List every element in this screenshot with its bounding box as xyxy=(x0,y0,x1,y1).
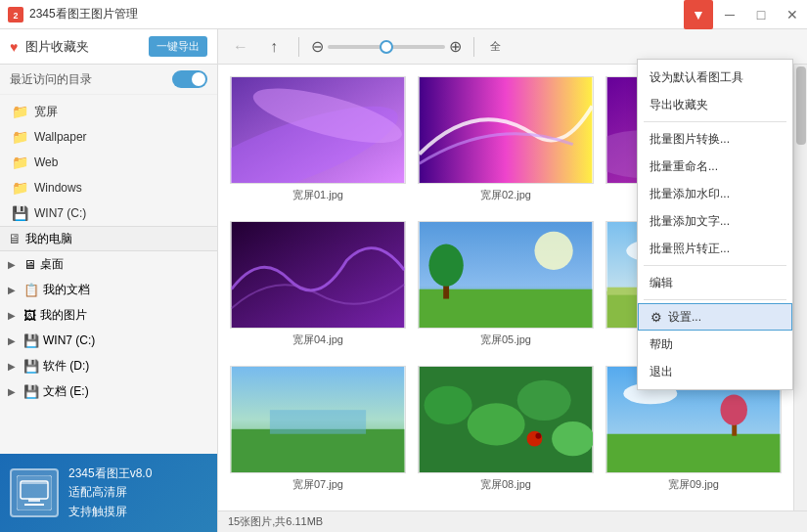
favorites-label: 图片收藏夹 xyxy=(25,38,141,56)
svg-rect-27 xyxy=(270,410,366,434)
menu-item-batch-rotate[interactable]: 批量照片转正... xyxy=(638,235,792,262)
zoom-in-icon[interactable]: ⊕ xyxy=(449,37,462,56)
toolbar-separator xyxy=(298,37,299,57)
tree-item-c[interactable]: ▶ 💾 WIN7 (C:) xyxy=(0,328,217,353)
svg-rect-36 xyxy=(607,434,781,472)
svg-point-30 xyxy=(468,403,525,445)
menu-separator-2 xyxy=(644,265,786,266)
expand-arrow: ▶ xyxy=(8,310,20,321)
menu-label: 批量添加水印... xyxy=(650,186,730,202)
minimize-btn[interactable]: ─ xyxy=(715,0,744,29)
folder-name: Windows xyxy=(34,181,82,195)
main-layout: ♥ 图片收藏夹 一键导出 最近访问的目录 📁 宽屏 📁 Wallpaper 📁 … xyxy=(0,29,807,532)
folder-item-windows[interactable]: 📁 Windows xyxy=(0,175,217,200)
forward-button[interactable]: ↑ xyxy=(261,34,287,60)
menu-label: 批量重命名... xyxy=(650,158,718,175)
zoom-out-icon[interactable]: ⊖ xyxy=(311,37,324,56)
folder-icon: 📁 xyxy=(12,180,28,196)
fullscreen-button[interactable]: 全 xyxy=(486,34,505,60)
menu-label: 设为默认看图工具 xyxy=(650,69,743,86)
image-thumb-07 xyxy=(230,366,406,473)
tree-item-mydocs[interactable]: ▶ 📋 我的文档 xyxy=(0,277,217,302)
close-btn[interactable]: ✕ xyxy=(778,0,807,29)
scrollbar-thumb[interactable] xyxy=(796,66,806,145)
tree-item-d[interactable]: ▶ 💾 软件 (D:) xyxy=(0,353,217,378)
folder-item-wallpaper[interactable]: 📁 Wallpaper xyxy=(0,124,217,150)
image-label-09: 宽屏09.jpg xyxy=(668,477,719,492)
svg-text:2: 2 xyxy=(13,11,18,21)
tree-item-mypictures[interactable]: ▶ 🖼 我的图片 xyxy=(0,302,217,328)
pictures-icon: 🖼 xyxy=(23,308,36,323)
desktop-icon: 🖥 xyxy=(23,257,36,272)
image-item-07[interactable]: 宽屏07.jpg xyxy=(230,366,406,499)
image-thumb-02 xyxy=(418,76,594,184)
zoom-slider[interactable] xyxy=(328,45,445,49)
image-label-08: 宽屏08.jpg xyxy=(480,477,531,492)
expand-arrow: ▶ xyxy=(8,259,20,270)
menu-label: 退出 xyxy=(650,364,673,380)
banner-text: 2345看图王v8.0 适配高清屏 支持触摸屏 xyxy=(68,465,152,521)
menu-item-export-favorites[interactable]: 导出收藏夹 xyxy=(638,91,792,118)
recent-section: 最近访问的目录 xyxy=(0,65,217,95)
menu-item-help[interactable]: 帮助 xyxy=(638,331,792,358)
menu-item-batch-text[interactable]: 批量添加文字... xyxy=(638,207,792,235)
image-thumb-01 xyxy=(230,76,406,184)
svg-point-33 xyxy=(527,431,543,447)
tree-label: 桌面 xyxy=(40,256,64,273)
image-item-05[interactable]: 宽屏05.jpg xyxy=(418,221,594,354)
menu-item-edit[interactable]: 编辑 xyxy=(638,269,792,296)
svg-point-17 xyxy=(534,232,572,270)
menu-item-batch-watermark[interactable]: 批量添加水印... xyxy=(638,180,792,207)
menu-item-batch-convert[interactable]: 批量图片转换... xyxy=(638,125,792,153)
folder-name: WIN7 (C:) xyxy=(34,206,86,220)
tree-item-e[interactable]: ▶ 💾 文档 (E:) xyxy=(0,378,217,404)
maximize-btn[interactable]: □ xyxy=(746,0,776,29)
heart-icon: ♥ xyxy=(10,39,18,55)
menu-item-settings[interactable]: ⚙ 设置... xyxy=(638,303,792,331)
tree-item-desktop[interactable]: ▶ 🖥 桌面 xyxy=(0,251,217,277)
sidebar-favorites-header: ♥ 图片收藏夹 一键导出 xyxy=(0,29,217,65)
menu-label: 批量照片转正... xyxy=(650,241,730,257)
recent-label: 最近访问的目录 xyxy=(10,71,166,88)
image-label-07: 宽屏07.jpg xyxy=(292,477,343,492)
folder-item-c-drive[interactable]: 💾 WIN7 (C:) xyxy=(0,200,217,226)
svg-point-34 xyxy=(535,433,541,439)
drive-c-icon: 💾 xyxy=(23,333,39,348)
expand-arrow: ▶ xyxy=(8,285,20,295)
menu-label: 导出收藏夹 xyxy=(650,97,708,113)
banner-line2: 支持触摸屏 xyxy=(68,503,152,521)
drive-e-icon: 💾 xyxy=(23,384,39,399)
expand-arrow: ▶ xyxy=(8,361,20,372)
image-item-04[interactable]: 宽屏04.jpg xyxy=(230,221,406,354)
docs-icon: 📋 xyxy=(23,283,39,297)
recent-toggle[interactable] xyxy=(172,70,207,88)
banner-logo xyxy=(10,468,59,517)
svg-point-38 xyxy=(720,394,746,424)
image-thumb-08 xyxy=(418,366,594,473)
window-controls: ▼ ─ □ ✕ xyxy=(684,0,807,29)
export-button[interactable]: 一键导出 xyxy=(149,36,207,57)
folder-icon: 📁 xyxy=(12,155,28,170)
image-item-02[interactable]: 宽屏02.jpg xyxy=(418,76,594,209)
my-computer-label: 我的电脑 xyxy=(25,231,72,247)
status-text: 15张图片,共6.11MB xyxy=(228,514,323,529)
image-item-08[interactable]: 宽屏08.jpg xyxy=(418,366,594,499)
menu-label: 帮助 xyxy=(650,336,673,353)
image-item-01[interactable]: 宽屏01.jpg xyxy=(230,76,406,209)
banner-version: 2345看图王v8.0 xyxy=(68,465,152,483)
menu-item-set-default[interactable]: 设为默认看图工具 xyxy=(638,64,792,91)
settings-icon: ⚙ xyxy=(650,310,662,325)
status-bar: 15张图片,共6.11MB xyxy=(218,510,807,532)
back-button[interactable]: ← xyxy=(228,34,253,60)
menu-item-exit[interactable]: 退出 xyxy=(638,358,792,385)
dropdown-btn[interactable]: ▼ xyxy=(684,0,713,29)
folder-item-web[interactable]: 📁 Web xyxy=(0,150,217,175)
expand-arrow: ▶ xyxy=(8,335,20,346)
menu-item-batch-rename[interactable]: 批量重命名... xyxy=(638,153,792,180)
svg-rect-26 xyxy=(232,429,405,472)
image-label-02: 宽屏02.jpg xyxy=(480,188,531,202)
drive-d-icon: 💾 xyxy=(23,359,39,374)
tree-label: 我的图片 xyxy=(40,307,87,324)
dropdown-menu: 设为默认看图工具 导出收藏夹 批量图片转换... 批量重命名... 批量添加水印… xyxy=(637,59,793,390)
folder-item-kuanping[interactable]: 📁 宽屏 xyxy=(0,99,217,124)
